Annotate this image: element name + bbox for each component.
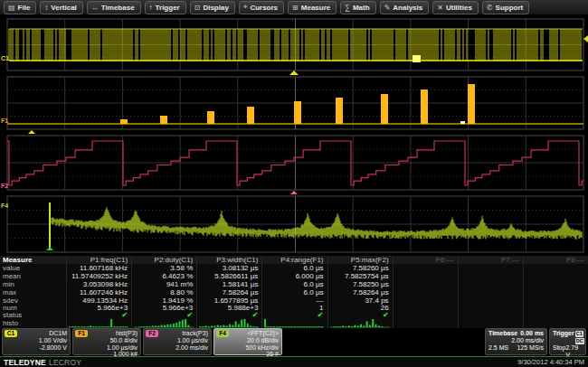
measure-value-cell: 941 m% [131, 280, 196, 288]
trigger-coupling-badge: DC [575, 338, 584, 344]
measure-value-cell: 7.58250 µs [327, 280, 393, 288]
measure-icon: ⊞ [292, 4, 299, 12]
measure-histo-cell [131, 319, 196, 328]
measure-column-header[interactable]: P6:--- [393, 256, 458, 264]
timebase-title: Timebase [488, 330, 517, 337]
measure-value-cell: 1.6577895 µs [196, 296, 261, 305]
measure-histo-cell [393, 319, 458, 328]
measure-value-cell: 5.5826611 µs [196, 272, 261, 280]
menu-measure[interactable]: ⊞Measure [288, 1, 337, 14]
measure-value-cell [458, 272, 523, 280]
channel-descriptor-c1[interactable]: C1 DC1M 1.00 V/div -2.8000 V [2, 328, 71, 355]
c1-badge: C1 [5, 330, 17, 337]
channel-descriptor-f1[interactable]: F1 hist(P3) 50.0 #/div 1.00 µs/div 1.000… [72, 328, 141, 355]
timebase-scale: 2.00 ms/div [488, 337, 544, 344]
measure-status-cell [523, 312, 588, 319]
measure-value-cell [393, 264, 458, 272]
measure-row-label: sdev [0, 296, 66, 305]
f2-trigger-position-marker [290, 191, 298, 194]
measure-value-cell [523, 272, 588, 280]
trigger-source-badge: C1 [575, 331, 583, 337]
channel-descriptor-f2[interactable]: F2 track(P3) 1.00 µs/div 2.00 ms/div [143, 328, 212, 355]
measure-value-cell [458, 305, 523, 312]
measure-row-label: min [0, 280, 66, 288]
measure-value-cell: 26 [327, 305, 393, 312]
measure-column-header[interactable]: P3:width(C1) [196, 256, 261, 264]
f2-function: track(P3) [183, 330, 208, 337]
waveform-display[interactable]: C1F1F2F4 [0, 15, 588, 256]
menu-cursors[interactable]: ⌖Cursors [239, 1, 284, 14]
measure-value-cell: 11.607168 kHz [66, 264, 131, 272]
measure-value-cell: 7.58264 µs [327, 288, 393, 296]
measure-value-cell: 7.58260 µs [327, 264, 393, 272]
measure-column-header[interactable]: P5:max(F2) [327, 256, 393, 264]
timebase-samples: 2.5 MS [488, 344, 508, 352]
support-icon: ✆ [487, 4, 493, 12]
f1-function: hist(P3) [116, 330, 138, 337]
menu-support[interactable]: ✆Support [482, 1, 529, 14]
measure-table-title: Measure [0, 256, 66, 264]
measure-row-label: num [0, 305, 66, 312]
measure-histo-cell [261, 319, 327, 328]
datetime: 9/30/2012 4:40:34 PM [517, 358, 584, 366]
status-check-icon: ✔ [252, 312, 259, 319]
measure-value-cell: 11.57409252 kHz [66, 272, 131, 280]
measure-column-header[interactable]: P1:freq(C1) [66, 256, 131, 264]
measure-value-cell: 1.58141 µs [196, 280, 261, 288]
measure-value-cell: 6.4623 % [131, 272, 196, 280]
measure-value-cell [523, 296, 588, 305]
f1-marker [28, 130, 35, 134]
f2-badge: F2 [146, 330, 158, 337]
measure-value-cell: 37.4 ps [327, 296, 393, 305]
measure-value-cell: 1.9419 % [131, 296, 196, 305]
histo-sparkline [134, 319, 194, 328]
measure-table: MeasureP1:freq(C1)P2:duty(C1)P3:width(C1… [0, 256, 588, 328]
menu-utilities[interactable]: ✕Utilities [432, 1, 479, 14]
histo-sparkline [199, 319, 259, 328]
trigger-icon: ↑ [149, 4, 153, 12]
timebase-descriptor[interactable]: Timebase 0.00 ms 2.00 ms/div 2.5 MS 125 … [485, 328, 547, 355]
menu-timebase[interactable]: ↔Timebase [87, 1, 141, 14]
measure-value-cell: 499.13534 Hz [66, 296, 131, 305]
measure-value-cell: 6.000 µs [261, 272, 327, 280]
measure-value-cell: 6.0 µs [261, 288, 327, 296]
menu-vertical[interactable]: ↕Vertical [40, 1, 82, 14]
measure-value-cell: 6.0 µs [261, 280, 327, 288]
menu-math[interactable]: ∑Math [340, 1, 375, 14]
timebase-offset: 0.00 ms [520, 330, 544, 337]
measure-value-cell [393, 288, 458, 296]
measure-value-cell [393, 305, 458, 312]
menu-bar: ▤File↕Vertical↔Timebase↑Trigger⊡Display⌖… [0, 0, 588, 15]
math-icon: ∑ [345, 4, 350, 12]
trigger-title: Trigger [553, 330, 574, 344]
c1-trigger-position-marker [289, 71, 299, 75]
channel-descriptor-f4[interactable]: F4 <FFT(C2)> 20.0 dB/div 500 kHz/div 26 … [213, 328, 282, 355]
menu-display[interactable]: ⊡Display [190, 1, 235, 14]
status-bar: TELEDYNELECROY 9/30/2012 4:40:34 PM [0, 356, 588, 367]
display-icon: ⊡ [194, 4, 201, 12]
menu-file[interactable]: ▤File [4, 1, 36, 14]
measure-column-header[interactable]: P2:duty(C1) [131, 256, 196, 264]
f4-trace-label: F4 [1, 202, 8, 209]
measure-histo-cell [458, 319, 523, 328]
menu-trigger[interactable]: ↑Trigger [145, 1, 186, 14]
measure-value-cell [523, 280, 588, 288]
timebase-icon: ↔ [91, 4, 99, 12]
analysis-icon: ✎ [384, 4, 391, 12]
measure-value-cell: 3.053098 kHz [66, 280, 131, 288]
measure-value-cell [393, 272, 458, 280]
menu-analysis[interactable]: ✎Analysis [380, 1, 430, 14]
measure-value-cell [458, 296, 523, 305]
measure-column-header[interactable]: P8:--- [523, 256, 588, 264]
trigger-descriptor[interactable]: Trigger C1 DC Stop 2.79 V Edge Positive [549, 328, 586, 355]
measure-column-header[interactable]: P7:--- [458, 256, 523, 264]
measure-status-cell [458, 312, 523, 319]
measure-status-cell [393, 312, 458, 319]
measure-column-header[interactable]: P4:range(F1) [261, 256, 327, 264]
measure-histo-cell [327, 319, 393, 328]
status-check-icon: ✔ [121, 312, 128, 319]
c1-trace-label: C1 [1, 55, 9, 61]
measure-value-cell [393, 296, 458, 305]
measure-value-cell [458, 288, 523, 296]
f4-peak-marker [46, 247, 53, 250]
